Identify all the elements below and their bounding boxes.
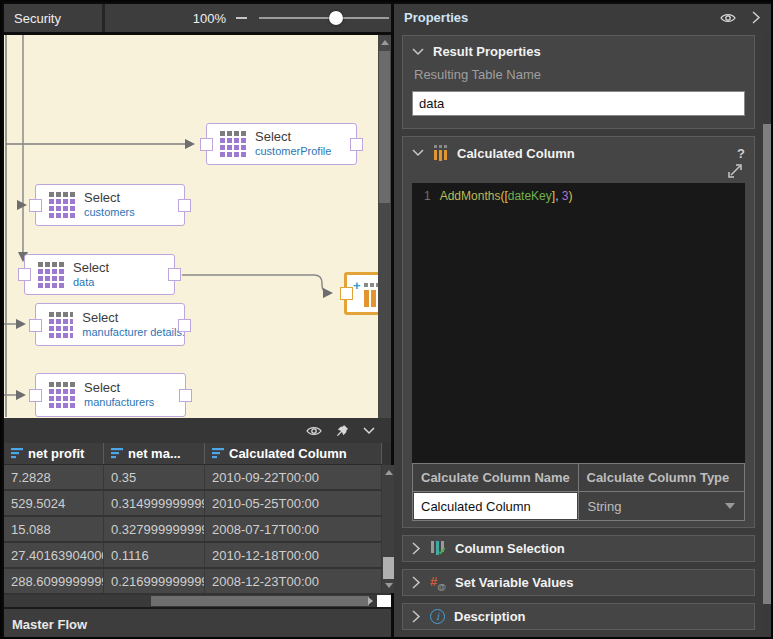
node-select-manufacturer-details[interactable]: Select manufacturer details... [35, 303, 185, 346]
scrollbar-corner [377, 595, 391, 607]
node-select-customerprofile[interactable]: Select customerProfile [206, 123, 357, 165]
panel-body: Result Properties Resulting Table Name C… [394, 31, 773, 630]
chevron-down-icon[interactable] [412, 149, 424, 157]
column-name-type-grid: Calculate Column Name Calculate Column T… [412, 463, 745, 521]
eye-icon[interactable] [306, 425, 322, 437]
node-title: Select [73, 261, 109, 276]
node-calculated-column-selected[interactable]: + [344, 272, 378, 315]
output-port[interactable] [178, 199, 191, 212]
expression-editor[interactable]: 1AddMonths([dateKey], 3) [412, 183, 745, 463]
tab-security-label: Security [14, 11, 61, 26]
flow-canvas[interactable]: Select customerProfile Select customers [4, 35, 378, 418]
table-cell: 0.3279999999999 [104, 517, 205, 541]
expand-editor-icon[interactable] [727, 163, 743, 179]
table-grid-icon [38, 262, 64, 288]
table-cell: 0.35 [104, 465, 205, 489]
calculated-column-icon [433, 145, 448, 161]
table-horizontal-scrollbar[interactable] [4, 595, 391, 607]
chevron-down-icon[interactable] [412, 48, 424, 56]
node-select-data[interactable]: Select data [24, 254, 175, 295]
table-row[interactable]: 27.401639040000 0.1116 2010-12-18T00:00 [4, 543, 382, 567]
input-port[interactable] [340, 287, 353, 300]
column-header[interactable]: net ma... [104, 443, 205, 464]
table-name-label: Resulting Table Name [414, 67, 745, 82]
node-select-manufacturers[interactable]: Select manufacturers [35, 373, 186, 417]
output-port[interactable] [179, 389, 192, 402]
table-row[interactable]: 288.60999999999 0.2169999999999 2008-12-… [4, 569, 382, 593]
calculate-column-name-input[interactable] [414, 493, 577, 519]
output-port[interactable] [168, 268, 181, 281]
node-title: Select [84, 191, 135, 206]
app-window: Security 100% [0, 0, 773, 639]
column-header[interactable]: Calculated Column [205, 443, 382, 464]
expression-line: 1AddMonths([dateKey], 3) [424, 189, 745, 203]
filter-icon [212, 448, 224, 459]
master-flow-tab[interactable]: Master Flow [12, 617, 87, 632]
section-result-properties: Result Properties Resulting Table Name [402, 35, 755, 129]
chevron-right-icon [412, 542, 421, 555]
table-row[interactable]: 15.088 0.3279999999999 2008-07-17T00:00 [4, 517, 382, 541]
help-button[interactable]: ? [737, 146, 745, 161]
calculated-column-icon: + [353, 281, 378, 307]
table-grid-icon [49, 192, 75, 218]
chevron-right-icon[interactable] [752, 11, 761, 24]
input-port[interactable] [29, 319, 42, 332]
name-column-header: Calculate Column Name [412, 463, 579, 491]
input-port[interactable] [18, 268, 31, 281]
canvas-vertical-scrollbar[interactable] [378, 35, 391, 418]
hscrollbar-thumb[interactable] [151, 596, 369, 606]
tab-security[interactable]: Security [4, 4, 105, 32]
zoom-out-button[interactable] [236, 17, 247, 19]
chevron-right-icon [412, 610, 421, 623]
input-port[interactable] [29, 389, 42, 402]
canvas-scrollbar-thumb[interactable] [379, 51, 390, 203]
panel-vertical-scrollbar[interactable] [763, 34, 771, 634]
filter-icon [11, 448, 23, 459]
scroll-up-arrow-icon[interactable] [385, 470, 393, 475]
dropdown-arrow-icon [725, 503, 735, 509]
zoom-slider[interactable] [259, 11, 389, 25]
table-scrollbar-thumb[interactable] [383, 557, 394, 579]
section-title: Calculated Column [457, 146, 728, 161]
calculate-column-type-dropdown[interactable]: String [579, 491, 746, 521]
properties-panel-header: Properties [394, 4, 773, 31]
scroll-down-arrow-icon[interactable] [385, 583, 393, 588]
zoom-level: 100% [193, 11, 226, 26]
table-cell: 0.2169999999999 [104, 569, 205, 593]
table-cell: 0.3149999999999 [104, 491, 205, 515]
chevron-down-icon[interactable] [363, 427, 375, 435]
input-port[interactable] [200, 138, 213, 151]
preview-table-header: net profit net ma... Calculated Column [4, 443, 382, 465]
node-subtitle: data [73, 276, 109, 289]
table-cell: 27.401639040000 [4, 543, 104, 567]
section-set-variable-values[interactable]: #@ Set Variable Values [402, 569, 755, 596]
table-cell: 288.60999999999 [4, 569, 104, 593]
section-column-selection[interactable]: ✓ Column Selection [402, 535, 755, 562]
info-icon: i [430, 609, 445, 624]
node-subtitle: customerProfile [255, 145, 331, 158]
table-cell: 2010-05-25T00:00 [205, 491, 382, 515]
scroll-up-arrow-icon[interactable] [381, 40, 389, 45]
resulting-table-name-input[interactable] [412, 91, 745, 116]
panel-scrollbar-thumb[interactable] [763, 124, 771, 604]
table-grid-icon [220, 131, 246, 157]
table-row[interactable]: 7.2828 0.35 2010-09-22T00:00 [4, 465, 382, 489]
output-port[interactable] [350, 138, 363, 151]
type-column-header: Calculate Column Type [579, 463, 746, 491]
flow-workspace: Security 100% [4, 4, 391, 639]
scroll-right-arrow-icon[interactable] [368, 597, 373, 605]
output-port[interactable] [178, 319, 191, 332]
eye-icon[interactable] [720, 12, 736, 24]
node-subtitle: customers [84, 206, 135, 219]
table-row[interactable]: 529.5024 0.3149999999999 2010-05-25T00:0… [4, 491, 382, 515]
zoom-slider-thumb[interactable] [329, 11, 343, 25]
zoom-slider-track[interactable] [259, 17, 389, 19]
data-preview-table: net profit net ma... Calculated Column 7… [4, 443, 391, 607]
node-subtitle: manufacturers [84, 396, 154, 409]
input-port[interactable] [29, 199, 42, 212]
column-header[interactable]: net profit [4, 443, 104, 464]
node-select-customers[interactable]: Select customers [35, 184, 185, 226]
section-description[interactable]: i Description [402, 603, 755, 630]
pin-icon[interactable] [336, 424, 349, 437]
filter-icon [111, 448, 123, 459]
